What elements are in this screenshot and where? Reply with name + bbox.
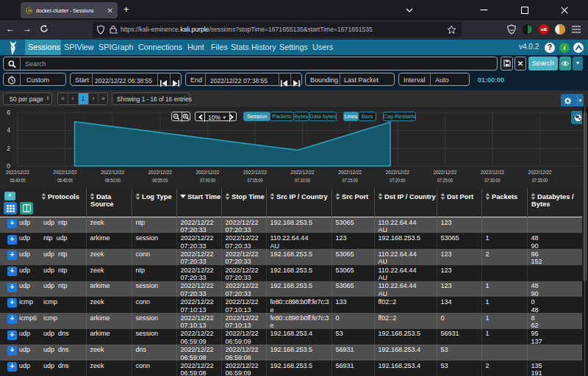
svg-text:06:45:00: 06:45:00 — [57, 177, 73, 184]
svg-text:2022/12/22: 2022/12/22 — [291, 169, 315, 176]
svg-text:6: 6 — [7, 109, 10, 116]
svg-text:07:30:00: 07:30:00 — [485, 177, 501, 184]
svg-text:2022/12/22: 2022/12/22 — [148, 169, 172, 176]
svg-text:2022/12/22: 2022/12/22 — [101, 169, 124, 176]
svg-text:2022/12/22: 2022/12/22 — [6, 169, 29, 176]
svg-text:07:20:00: 07:20:00 — [390, 177, 405, 184]
svg-text:2022/12/22: 2022/12/22 — [338, 169, 362, 176]
svg-text:06:40:00: 06:40:00 — [10, 177, 26, 184]
svg-text:07:00:00: 07:00:00 — [200, 177, 215, 184]
svg-text:2022/12/22: 2022/12/22 — [528, 169, 552, 176]
svg-text:2022/12/22: 2022/12/22 — [386, 169, 409, 176]
svg-text:2022/12/22: 2022/12/22 — [196, 169, 219, 176]
svg-text:4: 4 — [7, 126, 10, 134]
svg-text:06:55:00: 06:55:00 — [152, 177, 168, 184]
svg-text:2022/12/22: 2022/12/22 — [481, 169, 504, 176]
svg-text:2: 2 — [7, 145, 10, 152]
svg-text:07:15:00: 07:15:00 — [343, 177, 358, 184]
svg-text:2022/12/22: 2022/12/22 — [243, 169, 267, 176]
svg-text:2022/12/22: 2022/12/22 — [54, 169, 77, 176]
svg-text:07:10:00: 07:10:00 — [295, 177, 310, 184]
svg-text:07:25:00: 07:25:00 — [437, 177, 453, 184]
svg-text:06:50:00: 06:50:00 — [105, 177, 121, 184]
svg-text:2022/12/22: 2022/12/22 — [433, 169, 456, 176]
svg-text:07:05:00: 07:05:00 — [248, 177, 263, 184]
svg-text:07:35:00: 07:35:00 — [532, 177, 548, 184]
